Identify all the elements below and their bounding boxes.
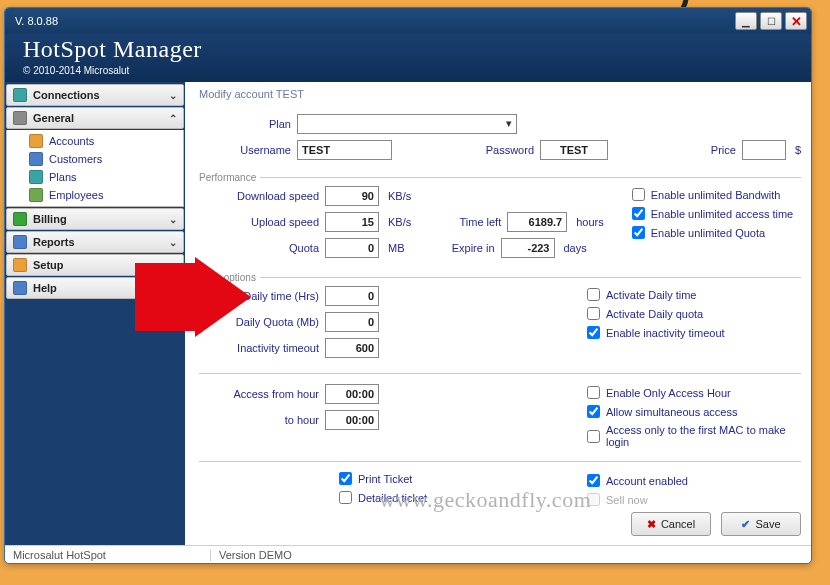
upload-input[interactable] <box>325 212 379 232</box>
employees-icon <box>29 188 43 202</box>
quota-input[interactable] <box>325 238 379 258</box>
content-pane: Modify account TEST Plan Username Passwo… <box>185 82 811 545</box>
label-download: Download speed <box>199 190 319 202</box>
banner: HotSpot Manager © 2010-2014 Microsalut <box>5 34 811 82</box>
label-quota: Quota <box>199 242 319 254</box>
sidebar-label: Setup <box>33 259 64 271</box>
chevron-down-icon: ⌄ <box>169 214 177 225</box>
cb-dailytime[interactable]: Activate Daily time <box>587 288 801 301</box>
currency-label: $ <box>795 144 801 156</box>
legend-performance: Performance <box>199 172 260 183</box>
label-username: Username <box>199 144 291 156</box>
download-input[interactable] <box>325 186 379 206</box>
cb-detailed[interactable]: Detailed ticket <box>339 491 559 504</box>
label-expire: Expire in <box>435 242 495 254</box>
save-icon: ✔ <box>741 518 750 531</box>
sidebar-item-accounts[interactable]: Accounts <box>7 132 183 150</box>
unit-kbs: KB/s <box>388 216 411 228</box>
cb-quota[interactable]: Enable unlimited Quota <box>632 226 801 239</box>
title-version: V. 8.0.88 <box>15 15 735 27</box>
sidebar-head-general[interactable]: General ⌃ <box>6 107 184 129</box>
app-window: V. 8.0.88 ▁ ☐ ✕ HotSpot Manager © 2010-2… <box>4 7 812 564</box>
status-left: Microsalut HotSpot <box>5 549 210 561</box>
sidebar-label: Billing <box>33 213 67 225</box>
close-button[interactable]: ✕ <box>785 12 807 30</box>
label-fromhour: Access from hour <box>199 388 319 400</box>
expire-input[interactable] <box>501 238 555 258</box>
label-plan: Plan <box>199 118 291 130</box>
cancel-icon: ✖ <box>647 518 656 531</box>
sidebar-head-billing[interactable]: Billing ⌄ <box>6 208 184 230</box>
timeleft-input[interactable] <box>507 212 567 232</box>
label-timeleft: Time left <box>441 216 501 228</box>
cb-print[interactable]: Print Ticket <box>339 472 559 485</box>
cb-simul[interactable]: Allow simultaneous access <box>587 405 801 418</box>
status-right: Version DEMO <box>210 549 300 561</box>
sidebar-label: Reports <box>33 236 75 248</box>
chevron-up-icon: ⌃ <box>169 113 177 124</box>
setup-icon <box>13 258 27 272</box>
cb-inactivity[interactable]: Enable inactivity timeout <box>587 326 801 339</box>
maximize-button[interactable]: ☐ <box>760 12 782 30</box>
cb-enabled[interactable]: Account enabled <box>587 474 801 487</box>
sidebar-label: Connections <box>33 89 100 101</box>
billing-icon <box>13 212 27 226</box>
customers-icon <box>29 152 43 166</box>
label-price: Price <box>696 144 736 156</box>
plan-select[interactable] <box>297 114 517 134</box>
unit-days: days <box>564 242 587 254</box>
dailyquota-input[interactable] <box>325 312 379 332</box>
chevron-down-icon: ⌄ <box>169 90 177 101</box>
chevron-down-icon: ⌄ <box>169 237 177 248</box>
legend-time: Time options <box>199 272 260 283</box>
sidebar-head-connections[interactable]: Connections ⌄ <box>6 84 184 106</box>
label-tohour: to hour <box>199 414 319 426</box>
save-button[interactable]: ✔Save <box>721 512 801 536</box>
inactivity-input[interactable] <box>325 338 379 358</box>
sidebar-items-general: Accounts Customers Plans Employees <box>6 130 184 207</box>
app-title: HotSpot Manager <box>23 36 793 63</box>
cb-dailyquota[interactable]: Activate Daily quota <box>587 307 801 320</box>
unit-hours: hours <box>576 216 604 228</box>
password-input[interactable] <box>540 140 608 160</box>
copyright: © 2010-2014 Microsalut <box>23 65 793 76</box>
unit-kbs: KB/s <box>388 190 411 202</box>
username-input[interactable] <box>297 140 392 160</box>
sidebar-item-plans[interactable]: Plans <box>7 168 183 186</box>
breadcrumb: Modify account TEST <box>199 88 801 100</box>
cancel-button[interactable]: ✖Cancel <box>631 512 711 536</box>
label-dailytime: Daily time (Hrs) <box>199 290 319 302</box>
connections-icon <box>13 88 27 102</box>
accounts-icon <box>29 134 43 148</box>
sidebar-head-help[interactable]: Help <box>6 277 184 299</box>
unit-mb: MB <box>388 242 405 254</box>
plans-icon <box>29 170 43 184</box>
titlebar: V. 8.0.88 ▁ ☐ ✕ <box>5 8 811 34</box>
general-icon <box>13 111 27 125</box>
help-icon <box>13 281 27 295</box>
label-upload: Upload speed <box>199 216 319 228</box>
chevron-down-icon: ⌄ <box>169 260 177 271</box>
cb-access-time[interactable]: Enable unlimited access time <box>632 207 801 220</box>
tohour-input[interactable] <box>325 410 379 430</box>
sidebar-item-employees[interactable]: Employees <box>7 186 183 204</box>
sidebar-label: Help <box>33 282 57 294</box>
fromhour-input[interactable] <box>325 384 379 404</box>
minimize-button[interactable]: ▁ <box>735 12 757 30</box>
cb-sell: Sell now <box>587 493 801 506</box>
sidebar: Connections ⌄ General ⌃ Accounts Custome… <box>5 82 185 545</box>
cb-onlyhours[interactable]: Enable Only Access Hour <box>587 386 801 399</box>
label-inactivity: Inactivity timeout <box>199 342 319 354</box>
sidebar-item-customers[interactable]: Customers <box>7 150 183 168</box>
cb-maconly[interactable]: Access only to the first MAC to make log… <box>587 424 801 448</box>
status-bar: Microsalut HotSpot Version DEMO <box>5 545 811 563</box>
cb-bandwidth[interactable]: Enable unlimited Bandwith <box>632 188 801 201</box>
label-password: Password <box>464 144 534 156</box>
sidebar-head-reports[interactable]: Reports ⌄ <box>6 231 184 253</box>
reports-icon <box>13 235 27 249</box>
dailytime-input[interactable] <box>325 286 379 306</box>
sidebar-head-setup[interactable]: Setup ⌄ <box>6 254 184 276</box>
label-dailyquota: Daily Quota (Mb) <box>199 316 319 328</box>
price-input[interactable] <box>742 140 786 160</box>
sidebar-label: General <box>33 112 74 124</box>
